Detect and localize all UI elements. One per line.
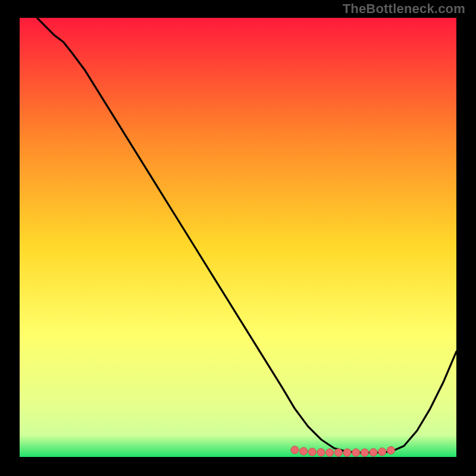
watermark-text: TheBottleneck.com <box>343 1 465 17</box>
highlight-dot <box>326 449 334 456</box>
highlight-dot <box>387 446 394 454</box>
highlight-dot <box>361 449 368 456</box>
chart-frame: TheBottleneck.com <box>0 0 476 476</box>
bottleneck-curve-chart <box>20 18 456 457</box>
highlight-dot <box>378 448 386 456</box>
highlight-dot <box>343 449 351 456</box>
highlight-dot <box>369 449 377 456</box>
highlight-dot <box>334 449 342 456</box>
plot-area <box>20 18 456 457</box>
gradient-background <box>20 18 456 457</box>
highlight-dot <box>308 448 316 456</box>
highlight-dot <box>317 449 325 456</box>
highlight-dot <box>352 449 360 456</box>
highlight-dot <box>300 447 308 455</box>
highlight-dot <box>291 446 299 454</box>
